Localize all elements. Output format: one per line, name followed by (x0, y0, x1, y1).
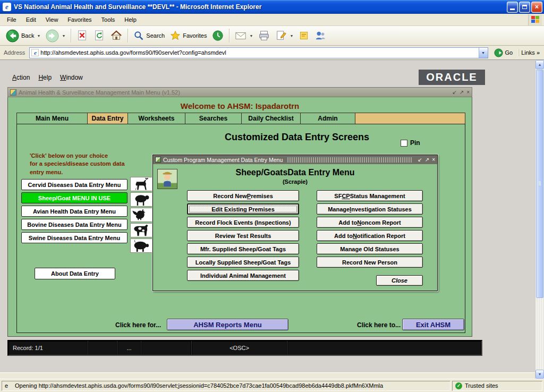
forms-maximize-icon[interactable]: ↗ (460, 89, 464, 95)
search-label: Search (146, 32, 165, 39)
swine-menu-button[interactable]: Swine Diseases Data Entry Menu (21, 232, 128, 243)
menu-help[interactable]: Help (120, 15, 141, 24)
forms-menu-help[interactable]: Help (35, 73, 55, 82)
refresh-button[interactable] (91, 29, 108, 42)
mfr-supplied-tags-button[interactable]: Mfr. Supplied Sheep/Goat Tags (187, 243, 299, 254)
print-button[interactable] (256, 29, 273, 42)
menu-tools[interactable]: Tools (97, 15, 120, 24)
menu-favorites[interactable]: Favorites (63, 15, 96, 24)
forms-menu-action[interactable]: Action (8, 73, 33, 82)
scroll-up-button[interactable]: ▲ (536, 60, 544, 69)
scroll-track[interactable] (536, 299, 544, 370)
back-button[interactable]: Back ▼ (3, 28, 43, 44)
pin-checkbox[interactable] (401, 140, 407, 147)
tab-daily-checklist[interactable]: Daily Checklist (241, 113, 301, 124)
back-dropdown-icon[interactable]: ▼ (37, 34, 40, 38)
review-test-results-button[interactable]: Review Test Results (187, 230, 299, 241)
tab-worksheets[interactable]: Worksheets (128, 113, 185, 124)
forms-close-icon[interactable]: × (466, 89, 470, 95)
tab-main-menu[interactable]: Main Menu (16, 113, 88, 124)
pin-label: Pin (410, 139, 420, 147)
scroll-down-button[interactable]: ▼ (536, 370, 544, 379)
animal-icon-strip (130, 177, 154, 253)
titlebar: e VS National Animal Health and Surveill… (0, 0, 544, 14)
locally-supplied-tags-button[interactable]: Locally Supplied Sheep/Goat Tags (187, 257, 299, 268)
home-button[interactable] (108, 29, 125, 42)
forms-window-title: Animal Health & Surveillance Management … (19, 89, 450, 96)
manage-investigation-statuses-button[interactable]: Manage Investigation Statuses (317, 203, 423, 215)
dialog-heading: Sheep/GoatsData Entry Menu (153, 168, 437, 177)
status-page-icon: e (5, 382, 12, 389)
go-button[interactable]: Go (491, 48, 516, 58)
search-button[interactable]: Search (131, 29, 167, 42)
back-label: Back (21, 32, 34, 39)
forms-menu-bar: Action Help Window ORACLE (0, 70, 535, 86)
messenger-button[interactable] (296, 29, 312, 42)
add-to-noncom-report-button[interactable]: Add to Noncom Report (317, 217, 423, 228)
about-data-entry-button[interactable]: About Data Entry (35, 268, 115, 279)
tab-searches[interactable]: Searches (185, 113, 242, 124)
sfcp-status-management-button[interactable]: SFCP Status Management (317, 190, 423, 201)
deer-icon (130, 177, 154, 191)
forms-minimize-icon[interactable]: ↙ (452, 89, 456, 95)
discuss-button[interactable] (312, 29, 329, 42)
tab-admin[interactable]: Admin (300, 113, 355, 124)
forward-dropdown-icon[interactable]: ▼ (62, 34, 65, 38)
forms-mdi-window: Animal Health & Surveillance Management … (7, 87, 472, 337)
exit-ahsm-button[interactable]: Exit AHSM (402, 319, 464, 330)
add-to-notification-report-button[interactable]: Add to Notification Report (317, 230, 423, 241)
links-chevron-icon: » (537, 49, 540, 56)
maximize-button[interactable] (519, 2, 530, 13)
menu-edit[interactable]: Edit (21, 15, 41, 24)
mail-dropdown-icon[interactable]: ▼ (249, 34, 253, 38)
search-icon (133, 30, 144, 41)
record-new-premises-button[interactable]: Record New Premises (187, 190, 299, 201)
mail-button[interactable]: ▼ (232, 29, 256, 42)
tab-strip-filler (355, 113, 465, 124)
cervid-menu-button[interactable]: Cervid Diseases Data Entry Menu (21, 179, 128, 190)
edit-existing-premises-button[interactable]: Edit Existing Premises (187, 203, 299, 215)
history-button[interactable] (209, 29, 226, 42)
close-button[interactable]: × (531, 2, 542, 13)
individual-animal-management-button[interactable]: Individual Animal Management (187, 270, 299, 281)
toolbar: Back ▼ ▼ Search Favorites (0, 26, 544, 46)
menu-file[interactable]: File (2, 15, 21, 24)
menu-bar: File Edit View Favorites Tools Help (0, 14, 544, 26)
favorites-icon (170, 30, 181, 41)
links-button[interactable]: Links » (518, 49, 542, 56)
edit-dropdown-icon[interactable]: ▼ (290, 34, 293, 38)
exit-caption: Click here to... (357, 321, 401, 329)
ie-app-icon: e (3, 3, 11, 11)
browser-viewport: Action Help Window ORACLE Animal Health … (0, 60, 535, 379)
forward-button[interactable]: ▼ (43, 28, 68, 44)
favorites-button[interactable]: Favorites (167, 29, 209, 42)
dialog-close-icon[interactable]: × (432, 157, 435, 163)
scroll-thumb[interactable] (536, 70, 543, 298)
address-dropdown-icon[interactable]: ▼ (479, 48, 488, 58)
forms-menu-window[interactable]: Window (56, 73, 87, 82)
sheep-goat-menu-button[interactable]: Sheep/Goat MENU IN USE (21, 192, 128, 203)
record-flock-events-button[interactable]: Record Flock Events (Inspections) (187, 217, 299, 228)
dialog-close-button[interactable]: Close (376, 275, 423, 286)
menu-view[interactable]: View (41, 15, 63, 24)
record-new-person-button[interactable]: Record New Person (317, 257, 423, 268)
manage-old-statuses-button[interactable]: Manage Old Statuses (317, 243, 423, 254)
tab-data-entry[interactable]: Data Entry (87, 113, 128, 124)
species-menu-list: Cervid Diseases Data Entry Menu Sheep/Go… (21, 179, 128, 243)
address-input[interactable] (40, 48, 478, 57)
address-input-wrap: e ▼ (29, 47, 488, 58)
avian-menu-button[interactable]: Avian Health Data Entry Menu (21, 206, 128, 217)
address-label: Address (2, 49, 27, 56)
pig-icon (130, 238, 154, 253)
edit-button[interactable]: ▼ (273, 29, 296, 42)
dialog-minimize-icon[interactable]: ↙ (418, 157, 422, 163)
pin-control: Pin (401, 139, 420, 147)
dialog-maximize-icon[interactable]: ↗ (425, 157, 429, 163)
minimize-button[interactable] (507, 2, 518, 13)
stop-button[interactable] (74, 29, 91, 42)
stop-icon (76, 30, 88, 41)
bovine-menu-button[interactable]: Bovine Diseases Data Entry Menu (21, 219, 128, 230)
ahsm-reports-menu-button[interactable]: AHSM Reports Menu (167, 319, 288, 330)
dialog-icon (155, 157, 161, 163)
vertical-scrollbar[interactable]: ▲ ▼ (535, 60, 544, 379)
